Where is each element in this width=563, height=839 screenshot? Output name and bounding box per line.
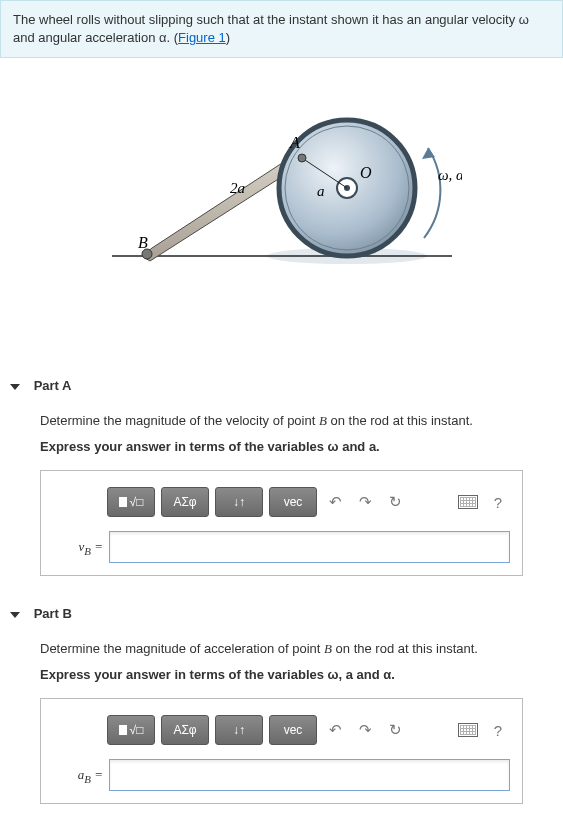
greek-button[interactable]: ΑΣφ <box>161 487 209 517</box>
collapse-icon <box>10 384 20 390</box>
reset-button[interactable]: ↻ <box>383 490 407 514</box>
svg-point-7 <box>298 154 306 162</box>
hint: Express your answer in terms of the vari… <box>40 437 553 457</box>
prompt-point: B <box>319 413 327 428</box>
label-2a: 2a <box>230 180 245 196</box>
redo-button[interactable]: ↷ <box>353 490 377 514</box>
prompt-point: B <box>324 641 332 656</box>
keyboard-button[interactable] <box>456 490 480 514</box>
answer-box: √□ ΑΣφ ↓↑ vec ↶ ↷ ↻ ? vB = <box>40 470 523 576</box>
collapse-icon <box>10 612 20 618</box>
part-b-header[interactable]: Part B <box>10 596 553 639</box>
part-a: Part A Determine the magnitude of the ve… <box>0 368 563 576</box>
prompt-post: on the rod at this instant. <box>327 413 473 428</box>
answer-input[interactable] <box>109 759 510 791</box>
redo-button[interactable]: ↷ <box>353 718 377 742</box>
figure-link[interactable]: Figure 1 <box>178 30 226 45</box>
problem-statement: The wheel rolls without slipping such th… <box>0 0 563 58</box>
equation-toolbar: √□ ΑΣφ ↓↑ vec ↶ ↷ ↻ ? <box>107 487 510 517</box>
label-o: O <box>360 164 372 181</box>
figure: A O B 2a a ω, α <box>0 58 563 368</box>
prompt-pre: Determine the magnitude of acceleration … <box>40 641 324 656</box>
undo-button[interactable]: ↶ <box>323 718 347 742</box>
problem-text: The wheel rolls without slipping such th… <box>13 12 529 45</box>
label-a: A <box>289 134 300 151</box>
keyboard-button[interactable] <box>456 718 480 742</box>
vec-button[interactable]: vec <box>269 715 317 745</box>
part-title: Part A <box>34 378 72 393</box>
keyboard-icon <box>458 495 478 509</box>
label-b: B <box>138 234 148 251</box>
template-button[interactable]: √□ <box>107 715 155 745</box>
var-label: vB = <box>53 539 109 557</box>
help-button[interactable]: ? <box>486 490 510 514</box>
undo-button[interactable]: ↶ <box>323 490 347 514</box>
prompt-post: on the rod at this instant. <box>332 641 478 656</box>
var-label: aB = <box>53 767 109 785</box>
hint: Express your answer in terms of the vari… <box>40 665 553 685</box>
subsup-button[interactable]: ↓↑ <box>215 487 263 517</box>
greek-button[interactable]: ΑΣφ <box>161 715 209 745</box>
help-button[interactable]: ? <box>486 718 510 742</box>
problem-text-end: ) <box>226 30 230 45</box>
keyboard-icon <box>458 723 478 737</box>
prompt-pre: Determine the magnitude of the velocity … <box>40 413 319 428</box>
part-title: Part B <box>34 606 72 621</box>
vec-button[interactable]: vec <box>269 487 317 517</box>
answer-input[interactable] <box>109 531 510 563</box>
label-a-radius: a <box>317 183 325 199</box>
answer-box: √□ ΑΣφ ↓↑ vec ↶ ↷ ↻ ? aB = <box>40 698 523 804</box>
subsup-button[interactable]: ↓↑ <box>215 715 263 745</box>
part-a-header[interactable]: Part A <box>10 368 553 411</box>
equation-toolbar: √□ ΑΣφ ↓↑ vec ↶ ↷ ↻ ? <box>107 715 510 745</box>
reset-button[interactable]: ↻ <box>383 718 407 742</box>
label-omega-alpha: ω, α <box>438 167 462 183</box>
template-button[interactable]: √□ <box>107 487 155 517</box>
part-b: Part B Determine the magnitude of accele… <box>0 596 563 804</box>
